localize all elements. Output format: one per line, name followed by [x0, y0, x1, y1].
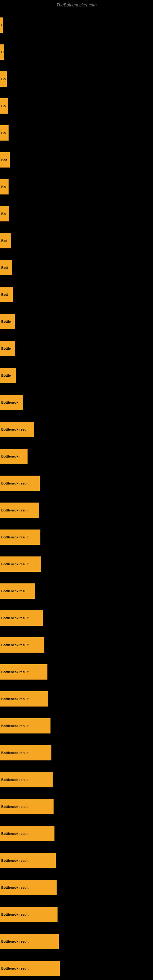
bar-fill: Bottleneck [0, 395, 23, 410]
bar-text: Bo [1, 185, 6, 189]
bar-text: Bottleneck result [1, 481, 29, 485]
bar-row: Bottleneck result [0, 712, 153, 739]
bar-fill: Bot [0, 233, 11, 248]
bar-row: Bottleneck result [0, 820, 153, 847]
bar-fill: Bo [0, 206, 9, 221]
bar-fill: Bottleneck r [0, 449, 27, 464]
bar-fill: Bottleneck result [0, 691, 48, 706]
bar-row: B [0, 12, 153, 38]
bar-text: Bo [1, 104, 6, 108]
bar-row: Bottleneck resu [0, 578, 153, 605]
bar-text: Bottleneck result [1, 724, 29, 728]
bar-fill: Bottleneck result [0, 503, 39, 518]
bar-row: Bottleneck result [0, 847, 153, 874]
bar-text: Bottleneck result [1, 913, 29, 916]
bar-row: Bottleneck result [0, 928, 153, 955]
bar-text: Bottleneck result [1, 832, 29, 835]
bar-text: Bott [1, 266, 8, 269]
bar-fill: Bot [0, 152, 10, 167]
bar-text: Bo [1, 212, 6, 216]
bar-text: Bottleneck result [1, 778, 29, 781]
bar-text: Bottleneck resu [1, 428, 27, 431]
bar-row: Bottleneck result [0, 901, 153, 928]
bar-fill: Bottleneck result [0, 745, 51, 760]
bar-fill: Bottle [0, 368, 16, 383]
bar-row: B [0, 38, 153, 65]
bar-text: B [1, 50, 4, 54]
site-title: TheBottlenecker.com [0, 0, 153, 9]
bar-text: Bottleneck resu [1, 589, 27, 593]
bar-fill: Bottleneck result [0, 637, 45, 652]
bar-text: Bot [1, 239, 7, 243]
bar-row: Bottleneck result [0, 524, 153, 550]
bar-row: Bottle [0, 335, 153, 362]
bar-text: Bottleneck [1, 401, 18, 404]
bar-fill: Bo [0, 125, 9, 140]
bar-fill: Bottle [0, 341, 15, 356]
bar-fill: Bottleneck result [0, 557, 41, 572]
bar-row: Bott [0, 281, 153, 308]
bar-text: Bo [1, 77, 6, 81]
bar-text: Bottleneck result [1, 940, 29, 943]
bar-text: Bottleneck result [1, 508, 29, 512]
bar-text: Bottleneck result [1, 535, 29, 539]
bar-fill: Bottleneck result [0, 799, 54, 814]
bar-row: Bottleneck result [0, 766, 153, 793]
bar-fill: B [0, 45, 4, 60]
bar-row: Bo [0, 173, 153, 200]
bar-text: B [1, 23, 3, 27]
bar-fill: Bott [0, 260, 12, 275]
bar-fill: Bottleneck result [0, 476, 40, 491]
bar-text: Bott [1, 293, 8, 296]
bar-row: Bottleneck result [0, 686, 153, 712]
bar-row: Bottleneck result [0, 659, 153, 686]
bar-row: Bo [0, 92, 153, 119]
bar-fill: Bottleneck result [0, 826, 54, 841]
bar-text: Bottleneck result [1, 616, 29, 620]
bar-fill: Bo [0, 72, 7, 87]
bar-text: Bottleneck result [1, 859, 29, 862]
bar-row: Bottleneck result [0, 739, 153, 766]
bar-row: Bo [0, 200, 153, 227]
bar-row: Bottleneck result [0, 605, 153, 632]
bar-fill: Bottleneck resu [0, 422, 33, 437]
bar-text: Bottleneck result [1, 805, 29, 808]
bar-row: Bott [0, 254, 153, 281]
bar-text: Bottleneck result [1, 967, 29, 970]
bar-row: Bottleneck result [0, 955, 153, 980]
bar-row: Bottleneck result [0, 874, 153, 901]
bar-fill: Bottleneck result [0, 772, 53, 788]
bar-row: Bottleneck r [0, 443, 153, 470]
bar-fill: Bott [0, 287, 13, 302]
bar-text: Bottleneck result [1, 670, 29, 674]
bar-fill: Bottleneck result [0, 880, 57, 895]
bar-text: Bottle [1, 374, 11, 377]
bar-text: Bottleneck result [1, 697, 29, 701]
bar-text: Bottle [1, 320, 11, 323]
bar-fill: Bottleneck result [0, 610, 43, 626]
bar-fill: Bo [0, 179, 9, 194]
bar-fill: Bottle [0, 314, 15, 329]
bar-row: Bottleneck result [0, 632, 153, 659]
bar-text: Bot [1, 158, 7, 162]
bar-text: Bottleneck result [1, 751, 29, 755]
bar-row: Bot [0, 146, 153, 173]
bar-text: Bottle [1, 347, 11, 350]
bar-fill: Bottleneck result [0, 961, 60, 976]
bar-row: Bottleneck result [0, 470, 153, 497]
bar-row: Bottleneck resu [0, 416, 153, 443]
bar-fill: Bo [0, 98, 8, 114]
bar-row: Bottleneck [0, 389, 153, 416]
bar-text: Bo [1, 131, 6, 135]
bar-fill: Bottleneck result [0, 718, 51, 733]
bar-text: Bottleneck r [1, 455, 21, 458]
bar-row: Bo [0, 119, 153, 146]
bar-row: Bottleneck result [0, 497, 153, 524]
bar-row: Bot [0, 227, 153, 254]
bar-fill: Bottleneck resu [0, 584, 35, 599]
bar-text: Bottleneck result [1, 562, 29, 566]
bar-fill: Bottleneck result [0, 907, 57, 922]
bars-container: BBBoBoBoBotBoBoBotBottBottBottleBottleBo… [0, 9, 153, 980]
bar-text: Bottleneck result [1, 886, 29, 889]
bar-row: Bottle [0, 308, 153, 335]
